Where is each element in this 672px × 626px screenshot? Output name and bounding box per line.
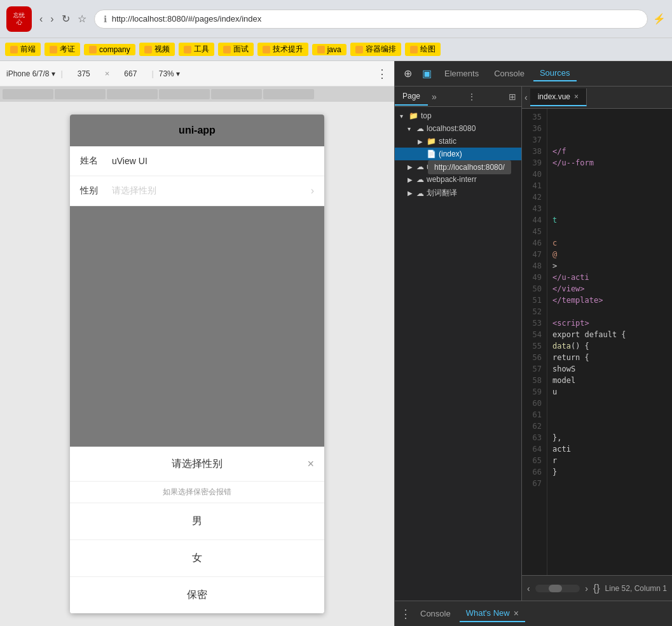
back-button[interactable]: ‹ [37,11,45,27]
bookmark-container[interactable]: 容器编排 [350,43,401,56]
console-tab[interactable]: Console [488,66,531,81]
zoom-select[interactable]: 73% ▾ [159,69,180,78]
line-num-58: 58 [522,375,547,386]
code-line-53: <script> [552,317,667,329]
tree-item-translate[interactable]: ▶ ☁ 划词翻译 [395,186,521,200]
code-line-52 [552,306,667,317]
line-num-62: 62 [522,421,547,432]
folder-icon: 📁 [427,137,436,146]
line-num-42: 42 [522,191,547,203]
tree-arrow-icon: ▾ [400,113,406,120]
code-line-48: > [552,260,667,272]
bookmark-company[interactable]: company [84,44,135,55]
tree-item-webpack[interactable]: ▶ ☁ webpack-interr [395,173,521,186]
scroll-left-icon[interactable]: ‹ [527,583,530,594]
line-column-indicator: Line 52, Column 1 [605,584,667,593]
inspector-button[interactable]: ⊕ [400,65,416,82]
height-input[interactable] [114,69,146,78]
tree-item-localhost[interactable]: ▾ ☁ localhost:8080 [395,122,521,135]
editor-back-icon[interactable]: ‹ [522,92,530,102]
code-line-58: model [552,375,667,386]
tree-label-localhost: localhost:8080 [427,124,476,133]
bookmark-video[interactable]: 视频 [139,43,175,56]
console-footer-label: Console [420,609,451,618]
editor-tab-close-button[interactable]: × [574,92,579,101]
whats-new-close-icon[interactable]: × [514,608,519,618]
code-line-39: </u--form [552,157,667,169]
sources-left-tabs: Page » ⋮ ⊞ [395,87,521,107]
bookmark-kaoz[interactable]: 考证 [45,43,80,56]
bookmark-draw[interactable]: 绘图 [405,43,441,56]
bookmark-tech[interactable]: 技术提升 [257,43,308,56]
code-line-47: @ [552,249,667,260]
code-line-45 [552,226,667,237]
code-line-57: showS [552,363,667,375]
refresh-button[interactable]: ↻ [59,10,72,27]
phone-gray-area [70,206,324,447]
code-line-61 [552,409,667,421]
tree-arrow-icon: ▶ [418,138,424,145]
elements-tab[interactable]: Elements [438,66,485,81]
line-num-64: 64 [522,443,547,455]
tree-label-static: static [439,137,456,146]
gender-row[interactable]: 性别 请选择性别 › [70,176,324,206]
tree-label-translate: 划词翻译 [427,188,457,198]
line-num-39: 39 [522,157,547,169]
separator: | [60,69,62,78]
line-num-47: 47 [522,249,547,260]
width-input[interactable] [68,69,100,78]
tree-item-index[interactable]: 📄 (index) [395,148,521,160]
tree-item-static[interactable]: ▶ 📁 static [395,135,521,148]
tree-arrow-icon: ▾ [408,125,414,132]
line-num-67: 67 [522,478,547,489]
bookmark-qianduan[interactable]: 前端 [5,43,41,56]
device-mode-button[interactable]: ▣ [418,65,435,82]
code-line-40 [552,169,667,180]
devtools-footer: ⋮ Console What's New × [395,601,672,626]
whats-new-footer-tab[interactable]: What's New × [460,606,525,622]
sync-icon[interactable]: ⊞ [504,88,521,106]
bottom-sheet: 请选择性别 × 如果选择保密会报错 男 女 保密 [70,447,324,613]
horizontal-scrollbar[interactable] [535,585,580,592]
bookmark-java[interactable]: java [312,44,346,55]
gender-placeholder: 请选择性别 [112,185,311,197]
editor-tabs: ‹ index.vue × [522,87,672,109]
sheet-option-male[interactable]: 男 [70,503,324,540]
console-footer-tab[interactable]: Console [414,606,457,621]
url-text: http://localhost:8080/#/pages/index/inde… [112,14,638,24]
editor-tab-index[interactable]: index.vue × [530,88,587,106]
pretty-print-button[interactable]: {} [593,583,600,594]
page-tab[interactable]: Page [395,88,428,106]
line-num-45: 45 [522,226,547,237]
bookmark-button[interactable]: ☆ [75,10,89,27]
line-num-36: 36 [522,123,547,134]
bookmark-tools[interactable]: 工具 [179,43,214,56]
more-tabs-icon[interactable]: » [428,88,441,106]
line-num-35: 35 [522,111,547,123]
scrollbar-thumb [549,585,562,592]
sheet-option-female[interactable]: 女 [70,540,324,577]
toolbar-more-icon[interactable]: ⋮ [376,67,388,81]
code-line-67 [552,478,667,489]
address-bar[interactable]: ℹ http://localhost:8080/#/pages/index/in… [94,10,648,29]
sheet-subtitle: 如果选择保密会报错 [70,482,324,503]
sheet-close-button[interactable]: × [307,457,314,471]
device-toolbar: iPhone 6/7/8 ▾ | × | 73% ▾ ⋮ [0,61,394,87]
line-num-61: 61 [522,409,547,421]
tree-arrow-icon: ▶ [408,190,414,197]
tree-item-top[interactable]: ▾ 📁 top [395,109,521,122]
code-line-37 [552,134,667,146]
device-select[interactable]: iPhone 6/7/8 ▾ [6,69,55,78]
sheet-option-secret[interactable]: 保密 [70,577,324,613]
footer-more-button[interactable]: ⋮ [400,607,411,621]
forward-button[interactable]: › [48,11,56,27]
bookmark-interview[interactable]: 面试 [218,43,254,56]
sources-tab[interactable]: Sources [533,66,577,81]
scroll-right-icon[interactable]: › [585,583,588,594]
device-chevron-icon: ▾ [51,69,55,78]
line-num-51: 51 [522,295,547,306]
code-line-50: </view> [552,283,667,295]
tree-more-button[interactable]: ⋮ [462,88,481,106]
code-line-49: </u-acti [552,272,667,283]
code-line-62 [552,421,667,432]
